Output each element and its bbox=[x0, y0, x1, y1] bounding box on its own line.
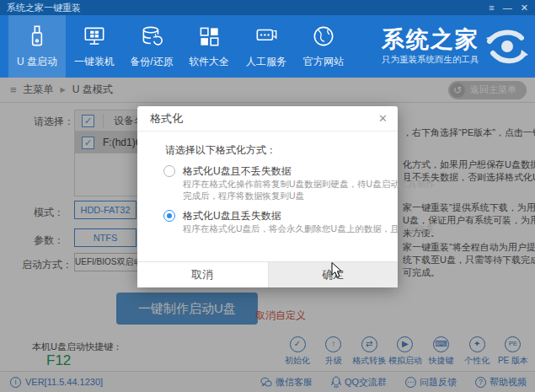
option-lose-data-label[interactable]: 格式化U盘且丢失数据 bbox=[183, 209, 281, 223]
main-nav: U 盘启动 一键装机 bbox=[0, 15, 535, 78]
brand-title: 系统之家 bbox=[382, 27, 479, 52]
nav-tab-label: U 盘启动 bbox=[17, 55, 57, 69]
brand-tagline: 只为重装系统而生的工具 bbox=[382, 54, 479, 66]
dialog-footer: 取消 确定 bbox=[137, 261, 398, 287]
nav-tab-label: 软件大全 bbox=[189, 55, 229, 69]
dialog-title: 格式化 bbox=[150, 111, 183, 126]
service-icon bbox=[253, 23, 280, 50]
option-keep-data-label[interactable]: 格式化U盘且不丢失数据 bbox=[183, 164, 292, 179]
dialog-close-icon[interactable]: ✕ bbox=[378, 112, 388, 125]
nav-tab-service[interactable]: 人工服务 bbox=[238, 15, 295, 78]
nav-tab-one-click-install[interactable]: 一键装机 bbox=[66, 15, 123, 78]
option-keep-data-desc: 完成后，程序将数据恢复到U盘 bbox=[183, 191, 304, 202]
dialog-prompt: 请选择以下格式化方式： bbox=[165, 143, 276, 158]
nav-tab-label: 备份/还原 bbox=[130, 55, 173, 69]
title-bar: 系统之家一键重装 ≡ — ✕ bbox=[0, 0, 535, 15]
format-dialog: 格式化 ✕ 请选择以下格式化方式： 格式化U盘且不丢失数据 程序在格式化操作前将… bbox=[137, 106, 398, 287]
usb-icon bbox=[24, 23, 51, 50]
cancel-button[interactable]: 取消 bbox=[137, 262, 268, 287]
option-lose-data-desc: 程序在格式化U盘后，将会永久删除您U盘上的数据，且不能恢复 bbox=[183, 223, 435, 235]
nav-tab-website[interactable]: 官方网站 bbox=[295, 15, 352, 78]
website-icon bbox=[310, 23, 337, 50]
nav-tab-label: 官方网站 bbox=[303, 55, 344, 69]
window-title: 系统之家一键重装 bbox=[7, 2, 81, 14]
software-icon bbox=[195, 23, 222, 50]
mouse-cursor bbox=[331, 262, 343, 282]
nav-tab-backup-restore[interactable]: 备份/还原 bbox=[123, 15, 180, 78]
window-close-button[interactable]: ✕ bbox=[521, 0, 528, 15]
nav-tab-usb-boot[interactable]: U 盘启动 bbox=[8, 15, 66, 78]
radio-lose-data[interactable] bbox=[163, 210, 175, 222]
radio-keep-data[interactable] bbox=[163, 165, 175, 177]
computer-icon bbox=[81, 23, 108, 50]
brand-logo: 系统之家 只为重装系统而生的工具 bbox=[382, 15, 528, 78]
window-minimize-button[interactable]: — bbox=[503, 0, 512, 15]
option-keep-data-desc: 程序在格式化操作前将复制U盘数据到硬盘，待U盘启动工具制作 bbox=[183, 179, 435, 191]
backup-restore-icon bbox=[138, 23, 165, 50]
nav-tab-label: 人工服务 bbox=[246, 55, 286, 69]
window-menu-button[interactable]: ≡ bbox=[489, 0, 494, 15]
brand-swoosh-icon bbox=[484, 28, 528, 65]
nav-tab-label: 一键装机 bbox=[74, 55, 115, 69]
app-window: 系统之家一键重装 ≡ — ✕ U 盘启动 bbox=[0, 0, 535, 392]
dialog-header: 格式化 ✕ bbox=[137, 106, 398, 132]
nav-tab-software[interactable]: 软件大全 bbox=[180, 15, 238, 78]
